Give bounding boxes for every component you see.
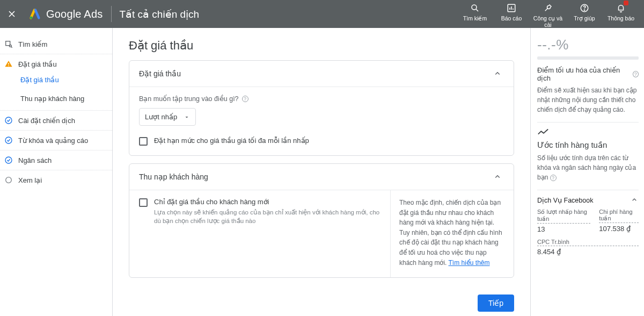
- tool-reports[interactable]: Báo cáo: [496, 2, 527, 21]
- card-acquisition-body: Chỉ đặt giá thầu cho khách hàng mới Lựa …: [129, 190, 514, 277]
- acquisition-left: Chỉ đặt giá thầu cho khách hàng mới Lựa …: [129, 190, 390, 277]
- sidebar-label: Từ khóa và quảng cáo: [18, 137, 88, 145]
- check-circle-icon: [4, 116, 13, 125]
- svg-rect-8: [8, 66, 9, 66]
- svg-point-9: [5, 117, 12, 124]
- optimization-score-bar: [537, 56, 639, 60]
- next-button[interactable]: Tiếp: [478, 295, 514, 312]
- svg-rect-7: [8, 63, 9, 64]
- warning-icon: [4, 60, 13, 68]
- collapse-button[interactable]: [491, 170, 504, 183]
- context-title: Tất cả chiến dịch: [119, 8, 199, 20]
- sidebar-sub-bidding[interactable]: Đặt giá thầu: [0, 70, 112, 89]
- notification-badge: [624, 1, 628, 5]
- select-value: Lượt nhấp: [145, 113, 177, 121]
- chevron-up-icon: [630, 196, 639, 204]
- stat-clicks: Số lượt nhấp hàng tuần 13: [537, 209, 590, 233]
- bid-limit-checkbox[interactable]: [139, 137, 148, 146]
- top-bar-tools: Tìm kiếm Báo cáo Công cụ và cài Trợ giúp: [459, 0, 644, 28]
- check-circle-icon: [4, 156, 13, 164]
- search-type-icon: [4, 40, 13, 48]
- divider: [537, 122, 639, 123]
- card-bidding-header[interactable]: Đặt giá thầu: [129, 61, 514, 87]
- chevron-up-icon: [493, 172, 502, 182]
- sidebar-sub-acquisition[interactable]: Thu nạp khách hàng: [0, 89, 112, 108]
- card-title: Đặt giá thầu: [139, 69, 181, 78]
- only-new-checkbox[interactable]: [139, 198, 148, 207]
- circle-empty-icon: [4, 176, 13, 184]
- sidebar-label: Cài đặt chiến dịch: [18, 117, 75, 125]
- card-title: Thu nạp khách hàng: [139, 173, 208, 181]
- workspace: Tìm kiếm Đặt giá thầu Đặt giá thầu Thu n…: [0, 28, 644, 316]
- trend-line-icon: [537, 128, 549, 137]
- stat-row-1: Số lượt nhấp hàng tuần 13 Chi phí hàng t…: [537, 209, 639, 233]
- check-circle-icon: [4, 136, 13, 145]
- tool-search[interactable]: Tìm kiếm: [459, 2, 491, 21]
- service-name: Dịch Vụ Facebook: [537, 196, 593, 204]
- bid-limit-label: Đặt hạn mức cho giá thầu giá tối đa mỗi …: [154, 137, 309, 145]
- svg-point-6: [9, 45, 11, 47]
- card-bidding-body: Bạn muốn tập trung vào điều gì? ? Lượt n…: [129, 87, 514, 155]
- only-new-row: Chỉ đặt giá thầu cho khách hàng mới Lựa …: [139, 198, 380, 225]
- acquisition-info-text: Theo mặc định, chiến dịch của bạn đặt gi…: [399, 199, 502, 267]
- help-tooltip-icon[interactable]: ?: [550, 175, 557, 181]
- card-acquisition: Thu nạp khách hàng Chỉ đặt giá thầu cho …: [129, 163, 514, 278]
- stat-cost: Chi phí hàng tuần 107.538 ₫: [599, 209, 639, 233]
- weekly-estimate-heading: Ước tính hàng tuần: [537, 140, 639, 150]
- svg-point-1: [472, 5, 477, 10]
- help-tooltip-icon[interactable]: ?: [242, 96, 248, 102]
- help-tooltip-icon[interactable]: ?: [633, 71, 639, 77]
- sidebar-item-search[interactable]: Tìm kiếm: [0, 34, 112, 54]
- close-icon: [6, 9, 17, 19]
- product-brand: Google Ads: [24, 0, 108, 28]
- only-new-caption: Lựa chọn này sẽ khiến quảng cáo của bạn …: [154, 208, 380, 225]
- focus-select[interactable]: Lượt nhấp: [139, 108, 196, 126]
- close-button[interactable]: [0, 0, 24, 28]
- estimate-service-toggle[interactable]: Dịch Vụ Facebook: [537, 196, 639, 204]
- sidebar-item-bidding[interactable]: Đặt giá thầu: [0, 54, 112, 70]
- main-content: Đặt giá thầu Đặt giá thầu Bạn muốn tập t…: [113, 28, 530, 316]
- tool-help[interactable]: Trợ giúp: [569, 2, 600, 21]
- weekly-estimate-text: Số liệu ước tính dựa trên các từ khóa và…: [537, 153, 639, 182]
- bell-icon: [615, 2, 627, 14]
- learn-more-link[interactable]: Tìm hiểu thêm: [449, 259, 490, 267]
- sidebar-label: Tìm kiếm: [18, 40, 47, 48]
- optimization-score-heading: Điểm tối ưu hóa của chiến dịch ?: [537, 66, 639, 82]
- caret-down-icon: [184, 114, 190, 120]
- wrench-icon: [542, 2, 554, 14]
- top-bar-left: Google Ads Tất cả chiến dịch: [0, 0, 199, 28]
- divider: [111, 6, 112, 22]
- svg-point-10: [5, 137, 12, 143]
- sidebar-label: Xem lại: [18, 176, 42, 184]
- bid-limit-row: Đặt hạn mức cho giá thầu giá tối đa mỗi …: [139, 137, 504, 146]
- sidebar-item-review[interactable]: Xem lại: [0, 170, 112, 190]
- sidebar-item-campaign-settings[interactable]: Cài đặt chiến dịch: [0, 111, 112, 131]
- svg-point-12: [6, 177, 12, 183]
- stat-cpc: CPC Tr.bình 8.454 ₫: [537, 239, 639, 256]
- svg-point-11: [5, 157, 12, 163]
- product-name: Google Ads: [46, 8, 103, 20]
- search-icon: [469, 2, 481, 14]
- sidebar-label: Đặt giá thầu: [18, 60, 57, 68]
- tool-tools[interactable]: Công cụ và cài: [532, 2, 564, 28]
- optimization-score-value: --.-%: [537, 37, 639, 53]
- divider: [537, 190, 639, 190]
- right-rail: --.-% Điểm tối ưu hóa của chiến dịch ? Đ…: [530, 28, 644, 316]
- collapse-button[interactable]: [491, 67, 504, 80]
- only-new-label: Chỉ đặt giá thầu cho khách hàng mới: [154, 198, 380, 206]
- svg-point-4: [584, 10, 584, 10]
- card-acquisition-header[interactable]: Thu nạp khách hàng: [129, 164, 514, 190]
- sidebar-group-bidding: Đặt giá thầu Đặt giá thầu Thu nạp khách …: [0, 54, 112, 111]
- help-icon: [579, 2, 590, 14]
- acquisition-info-panel: Theo mặc định, chiến dịch của bạn đặt gi…: [390, 190, 514, 277]
- svg-point-0: [30, 16, 33, 19]
- sidebar-item-budget[interactable]: Ngân sách: [0, 150, 112, 170]
- setup-sidebar: Tìm kiếm Đặt giá thầu Đặt giá thầu Thu n…: [0, 28, 113, 316]
- chevron-up-icon: [493, 69, 502, 78]
- sidebar-item-keywords[interactable]: Từ khóa và quảng cáo: [0, 131, 112, 150]
- google-ads-logo-icon: [29, 8, 41, 20]
- tool-notifications[interactable]: Thông báo: [605, 2, 636, 21]
- card-bidding: Đặt giá thầu Bạn muốn tập trung vào điều…: [129, 60, 514, 156]
- sidebar-label: Ngân sách: [18, 156, 52, 164]
- focus-label: Bạn muốn tập trung vào điều gì? ?: [139, 95, 504, 103]
